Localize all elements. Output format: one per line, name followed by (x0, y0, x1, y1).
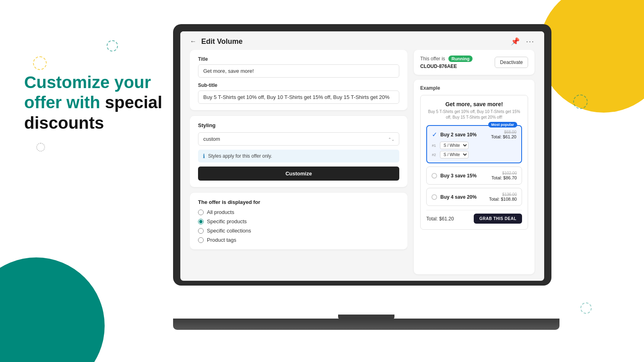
status-left: This offer is Running CLOUD-876AEE (420, 56, 473, 69)
app-header: ← Edit Volume 📌 ··· (180, 31, 544, 50)
customize-button[interactable]: Customize (198, 167, 399, 181)
subtitle-input[interactable] (198, 90, 399, 104)
laptop-container: ← Edit Volume 📌 ··· Title (173, 24, 559, 338)
variant-row-2: #2 S / White (432, 151, 516, 158)
pin-icon[interactable]: 📌 (511, 37, 520, 46)
radio-all-label: All products (207, 209, 234, 215)
offer-tier-2[interactable]: Buy 3 save 15% $102.00 Total: $86.70 (426, 167, 522, 185)
tier-1-row: ✓ Buy 2 save 10% $68.00 Total: $61.20 (432, 130, 516, 139)
status-label: This offer is (420, 56, 445, 62)
tier-1-right: $68.00 Total: $61.20 (491, 130, 516, 139)
subtitle-label: Sub-title (198, 82, 399, 88)
tier-1-original-price: $68.00 (491, 130, 516, 134)
tier-2-radio (431, 173, 437, 179)
left-headline-section: Customize your offer with special discou… (24, 72, 185, 133)
radio-specific-label: Specific products (207, 218, 247, 224)
offer-tier-1[interactable]: Most popular ✓ Buy 2 save 10% $68.00 (426, 125, 522, 163)
variant-row-1: #1 S / White (432, 142, 516, 149)
tier-2-original-price: $102.00 (491, 171, 517, 175)
radio-tags-label: Product tags (207, 237, 236, 243)
radio-product-tags[interactable]: Product tags (198, 237, 399, 243)
app-ui: ← Edit Volume 📌 ··· Title (180, 31, 544, 281)
page-title: Edit Volume (201, 37, 243, 46)
tier-2-name: Buy 3 save 15% (440, 173, 477, 179)
most-popular-badge: Most popular (488, 122, 518, 128)
display-section-title: The offer is displayed for (198, 199, 399, 205)
tier-2-left: Buy 3 save 15% (431, 173, 477, 179)
title-form-section: Title Sub-title (190, 50, 407, 110)
styling-info-box: ℹ Styles apply for this offer only. (198, 150, 399, 162)
variant-1-select[interactable]: S / White (440, 142, 469, 149)
radio-specific-input[interactable] (198, 219, 204, 224)
title-input[interactable] (198, 64, 399, 78)
small-circle-deco-1 (107, 40, 118, 51)
example-subtitle: Buy 5 T-Shirts get 10% off, Buy 10 T-Shi… (426, 109, 522, 120)
laptop-screen-inner: ← Edit Volume 📌 ··· Title (180, 31, 544, 281)
radio-group: All products Specific products Specific … (198, 209, 399, 243)
display-section: The offer is displayed for All products … (190, 193, 407, 249)
radio-collections-label: Specific collections (207, 228, 251, 234)
offer-code: CLOUD-876AEE (420, 64, 473, 69)
example-label: Example (420, 85, 528, 91)
small-circle-deco-5 (580, 302, 592, 314)
radio-specific-products[interactable]: Specific products (198, 218, 399, 224)
tier-2-row: Buy 3 save 15% $102.00 Total: $86.70 (431, 171, 517, 180)
tier-1-variants: #1 S / White #2 S / (432, 142, 516, 158)
radio-collections-input[interactable] (198, 228, 204, 234)
styling-info-text: Styles apply for this offer only. (208, 153, 272, 159)
example-total-text: Total: $61.20 (426, 216, 454, 222)
variant-2-select[interactable]: S / White (440, 151, 469, 158)
tier-2-right: $102.00 Total: $86.70 (491, 171, 517, 180)
example-title: Get more, save more! (426, 101, 522, 107)
status-row: This offer is Running (420, 56, 473, 62)
styling-select[interactable]: custom (198, 132, 399, 146)
variant-2-label: #2 (432, 153, 438, 157)
radio-tags-input[interactable] (198, 237, 204, 243)
app-header-right: 📌 ··· (511, 37, 535, 46)
info-icon: ℹ (203, 153, 205, 159)
tier-3-name: Buy 4 save 20% (440, 194, 477, 200)
status-card: This offer is Running CLOUD-876AEE Deact… (414, 50, 535, 75)
deactivate-button[interactable]: Deactivate (495, 57, 528, 68)
grab-deal-button[interactable]: GRAB THIS DEAL (474, 214, 522, 224)
tier-3-row: Buy 4 save 20% $136.00 Total: $108.80 (431, 192, 517, 202)
example-card: Example Get more, save more! Buy 5 T-Shi… (414, 80, 535, 274)
small-circle-deco-2 (33, 56, 47, 70)
back-arrow-icon[interactable]: ← (190, 38, 196, 45)
styling-select-wrapper: custom (198, 132, 399, 146)
tier-3-price: Total: $108.80 (489, 197, 517, 202)
radio-specific-collections[interactable]: Specific collections (198, 228, 399, 234)
tier-3-radio (431, 194, 437, 200)
radio-all-input[interactable] (198, 210, 204, 215)
teal-circle-decoration (0, 257, 105, 362)
tier-1-left: ✓ Buy 2 save 10% (432, 131, 477, 138)
tier-3-right: $136.00 Total: $108.80 (489, 192, 517, 202)
variant-1-label: #1 (432, 144, 438, 148)
more-options-icon[interactable]: ··· (526, 37, 535, 46)
left-panel: Title Sub-title Styling custom (190, 50, 407, 274)
small-circle-deco-3 (36, 143, 45, 152)
tier-3-original-price: $136.00 (489, 192, 517, 197)
laptop-screen-outer: ← Edit Volume 📌 ··· Title (173, 24, 551, 286)
app-main-content: Title Sub-title Styling custom (180, 50, 544, 281)
status-badge: Running (448, 56, 473, 62)
right-panel: This offer is Running CLOUD-876AEE Deact… (414, 50, 535, 274)
offer-tier-3[interactable]: Buy 4 save 20% $136.00 Total: $108.80 (426, 188, 522, 206)
tier-1-check-icon: ✓ (432, 131, 437, 138)
app-header-left: ← Edit Volume (190, 37, 243, 46)
example-inner: Get more, save more! Buy 5 T-Shirts get … (420, 95, 528, 230)
styling-section-title: Styling (198, 122, 399, 128)
styling-section: Styling custom ℹ Styles apply for this o… (190, 116, 407, 187)
tier-1-price: Total: $61.20 (491, 134, 516, 139)
tier-1-name: Buy 2 save 10% (440, 132, 477, 138)
example-total-row: Total: $61.20 GRAB THIS DEAL (426, 210, 522, 224)
radio-all-products[interactable]: All products (198, 209, 399, 215)
tier-3-left: Buy 4 save 20% (431, 194, 477, 200)
small-circle-deco-4 (573, 95, 588, 109)
tier-2-price: Total: $86.70 (491, 175, 517, 180)
laptop-base (173, 319, 559, 330)
title-label: Title (198, 56, 399, 62)
